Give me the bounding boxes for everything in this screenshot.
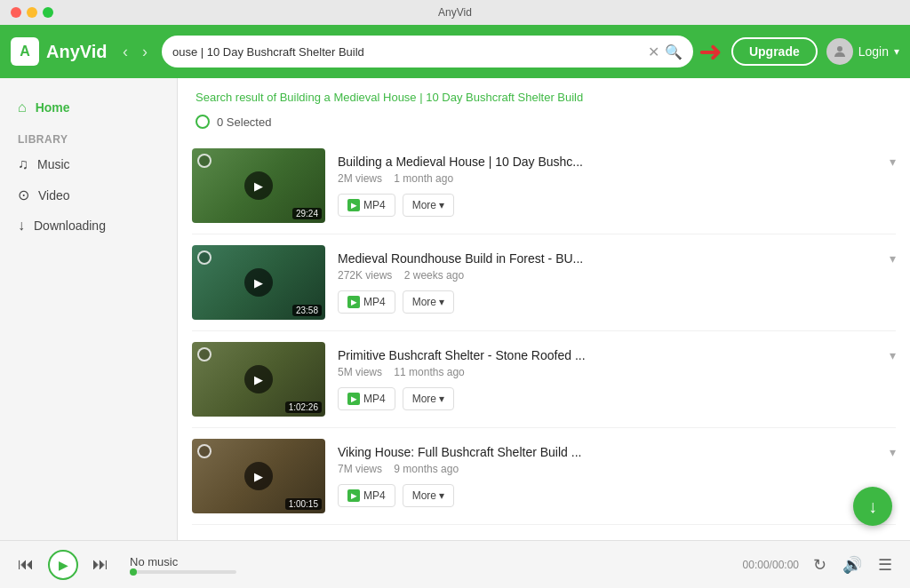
mp4-button-1[interactable]: ▶ MP4: [338, 194, 395, 217]
search-result-header: Search result of Building a Medieval Hou…: [178, 78, 910, 111]
search-result-query: Building a Medieval House | 10 Day Bushc…: [280, 91, 584, 104]
video-chevron-3[interactable]: ▾: [890, 348, 896, 362]
progress-bar[interactable]: [130, 570, 236, 574]
video-info-4: Viking House: Full Bushcraft Shelter Bui…: [338, 445, 896, 507]
mp4-button-3[interactable]: ▶ MP4: [338, 387, 395, 410]
video-chevron-4[interactable]: ▾: [890, 445, 896, 459]
play-overlay-2[interactable]: ▶: [244, 268, 273, 297]
app-title: AnyVid: [438, 6, 472, 19]
video-item-1: ▶ 29:24 Building a Medieval House | 10 D…: [192, 138, 896, 234]
minimize-button[interactable]: [27, 7, 37, 18]
library-section-label: Library: [0, 123, 177, 149]
video-title-text-3: Primitive Bushcraft Shelter - Stone Roof…: [338, 348, 884, 362]
more-label-3: More: [412, 393, 436, 405]
fab-download-button[interactable]: ↓: [853, 487, 892, 526]
svg-point-0: [837, 46, 842, 52]
play-overlay-4[interactable]: ▶: [244, 462, 273, 490]
arrow-indicator: ➜: [698, 37, 722, 66]
login-area[interactable]: Login ▾: [826, 38, 899, 65]
video-select-3[interactable]: [197, 347, 212, 362]
video-title-text-1: Building a Medieval House | 10 Day Bushc…: [338, 155, 884, 169]
more-button-4[interactable]: More ▾: [403, 484, 454, 507]
progress-indicator: [130, 568, 137, 576]
video-chevron-2[interactable]: ▾: [890, 251, 896, 266]
sidebar: ⌂ Home Library ♫ Music ⊙ Video ↓ Downloa…: [0, 78, 178, 540]
login-label: Login: [858, 44, 889, 59]
sidebar-item-home[interactable]: ⌂ Home: [0, 92, 177, 123]
more-button-2[interactable]: More ▾: [403, 290, 454, 314]
play-overlay-3[interactable]: ▶: [244, 365, 273, 393]
video-select-2[interactable]: [197, 250, 212, 265]
mp4-label-3: MP4: [363, 393, 386, 405]
more-label-4: More: [412, 489, 436, 502]
video-actions-1: ▶ MP4 More ▾: [338, 194, 896, 217]
search-clear-button[interactable]: ✕: [648, 44, 659, 60]
prev-track-button[interactable]: ⏮: [14, 552, 37, 577]
dropdown-arrow-icon[interactable]: ▾: [894, 45, 899, 58]
video-meta-4: 7M views 9 months ago: [338, 463, 896, 475]
time-display: 00:00/00:00: [743, 559, 799, 571]
video-thumb-2: ▶ 23:58: [192, 245, 325, 320]
video-item-2: ▶ 23:58 Medieval Roundhouse Build in For…: [192, 234, 896, 331]
video-thumb-3: ▶ 1:02:26: [192, 342, 325, 417]
search-button[interactable]: 🔍: [665, 44, 682, 60]
back-button[interactable]: ‹: [117, 41, 133, 63]
video-actions-4: ▶ MP4 More ▾: [338, 484, 896, 507]
video-ago-1: 1 month ago: [394, 172, 453, 185]
sidebar-item-downloading[interactable]: ↓ Downloading: [0, 211, 177, 241]
forward-button[interactable]: ›: [137, 41, 153, 63]
more-button-3[interactable]: More ▾: [403, 387, 454, 410]
duration-2: 23:58: [292, 305, 322, 316]
window-controls[interactable]: [11, 7, 53, 18]
mp4-button-2[interactable]: ▶ MP4: [338, 290, 395, 314]
sidebar-downloading-label: Downloading: [34, 219, 106, 233]
mp4-icon-2: ▶: [347, 296, 360, 308]
video-info-1: Building a Medieval House | 10 Day Bushc…: [338, 155, 896, 217]
avatar: [826, 38, 853, 65]
more-label-1: More: [412, 199, 436, 211]
video-ago-3: 11 months ago: [394, 366, 464, 378]
mp4-icon-1: ▶: [347, 199, 360, 211]
video-icon: ⊙: [18, 187, 29, 203]
search-query-text: ouse | 10 Day Bushcraft Shelter Build: [172, 45, 643, 59]
video-title-row-3: Primitive Bushcraft Shelter - Stone Roof…: [338, 348, 896, 362]
video-select-1[interactable]: [197, 154, 212, 168]
video-views-2: 272K views: [338, 269, 392, 282]
video-thumb-4: ▶ 1:00:15: [192, 439, 325, 513]
video-item-3: ▶ 1:02:26 Primitive Bushcraft Shelter - …: [192, 331, 896, 428]
app-body: ⌂ Home Library ♫ Music ⊙ Video ↓ Downloa…: [0, 78, 910, 540]
app-header: A AnyVid ‹ › ouse | 10 Day Bushcraft She…: [0, 25, 910, 78]
play-pause-button[interactable]: ▶: [48, 550, 78, 580]
sidebar-item-music[interactable]: ♫ Music: [0, 149, 177, 179]
video-title-text-2: Medieval Roundhouse Build in Forest - BU…: [338, 251, 884, 266]
duration-4: 1:00:15: [285, 498, 322, 510]
next-track-button[interactable]: ⏭: [89, 552, 112, 577]
video-actions-3: ▶ MP4 More ▾: [338, 387, 896, 410]
upgrade-button[interactable]: Upgrade: [731, 37, 818, 66]
main-content: Search result of Building a Medieval Hou…: [178, 78, 910, 540]
video-chevron-1[interactable]: ▾: [890, 155, 896, 169]
video-views-1: 2M views: [338, 172, 382, 185]
video-actions-2: ▶ MP4 More ▾: [338, 290, 896, 314]
playlist-button[interactable]: ☰: [874, 552, 896, 578]
duration-3: 1:02:26: [285, 401, 322, 413]
mp4-icon-4: ▶: [347, 489, 360, 502]
maximize-button[interactable]: [43, 7, 53, 18]
video-select-4[interactable]: [197, 444, 212, 458]
video-views-3: 5M views: [338, 366, 382, 378]
bottom-actions: ↻ 🔊 ☰: [810, 552, 896, 578]
play-overlay-1[interactable]: ▶: [244, 171, 273, 200]
sidebar-item-video[interactable]: ⊙ Video: [0, 179, 177, 211]
bottom-player-bar: ⏮ ▶ ⏭ No music 00:00/00:00 ↻ 🔊 ☰: [0, 540, 910, 588]
duration-1: 29:24: [292, 208, 322, 219]
search-bar[interactable]: ouse | 10 Day Bushcraft Shelter Build ✕ …: [162, 36, 693, 68]
repeat-button[interactable]: ↻: [810, 552, 830, 578]
mp4-button-4[interactable]: ▶ MP4: [338, 484, 395, 507]
nav-buttons: ‹ ›: [117, 41, 153, 63]
more-button-1[interactable]: More ▾: [403, 194, 454, 217]
select-all-circle[interactable]: [196, 115, 210, 129]
video-item-4: ▶ 1:00:15 Viking House: Full Bushcraft S…: [192, 428, 896, 525]
more-chevron-2: ▾: [439, 296, 444, 308]
volume-button[interactable]: 🔊: [839, 552, 866, 578]
close-button[interactable]: [11, 7, 21, 18]
